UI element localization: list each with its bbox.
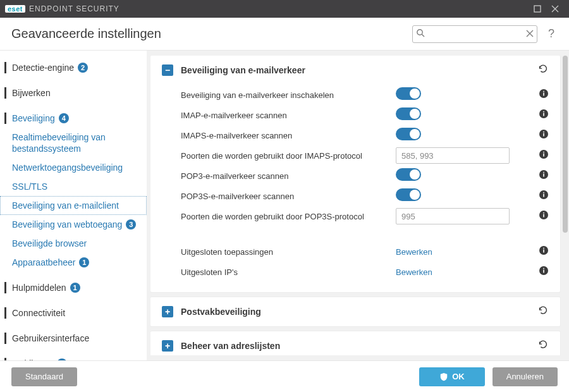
cancel-button[interactable]: Annuleren <box>493 367 558 386</box>
sidebar-item-mail[interactable]: Beveiliging van e-mailclient <box>0 196 147 215</box>
sidebar-item-meld[interactable]: Meldingen2 <box>0 354 147 360</box>
section-email: − Beveiliging van e-mailverkeer Beveilig… <box>150 56 560 292</box>
toggle-switch[interactable] <box>396 107 421 120</box>
sidebar-item-ssl[interactable]: SSL/TLS <box>0 177 147 196</box>
section-adres-header[interactable]: + Beheer van adreslijsten <box>150 331 560 355</box>
info-icon[interactable] <box>539 169 549 182</box>
badge: 1 <box>70 283 80 293</box>
expand-icon[interactable]: + <box>162 340 173 352</box>
svg-point-1 <box>417 29 422 34</box>
sidebar-item-label: Apparaatbeheer <box>12 257 75 268</box>
undo-icon[interactable] <box>537 63 549 77</box>
setting-row: POP3S-e-mailverkeer scannen <box>181 186 549 206</box>
sidebar-item-beveiliging[interactable]: Beveiliging4 <box>0 109 147 128</box>
toggle-switch[interactable] <box>396 168 421 181</box>
sidebar-item-ui[interactable]: Gebruikersinterface <box>0 329 147 348</box>
svg-rect-10 <box>543 133 544 137</box>
sidebar-item-bijwerken[interactable]: Bijwerken <box>0 83 147 102</box>
svg-rect-11 <box>543 132 544 133</box>
info-icon[interactable] <box>539 210 549 223</box>
section-postvak-title: Postvakbeveiliging <box>181 307 530 317</box>
sidebar-item-label: SSL/TLS <box>12 181 47 192</box>
setting-label: Uitgesloten IP's <box>181 267 389 277</box>
sidebar-item-label: Meldingen <box>12 358 53 360</box>
setting-row: IMAPS-e-mailverkeer scannen <box>181 125 549 145</box>
info-icon[interactable] <box>539 89 549 101</box>
port-input[interactable] <box>396 147 510 164</box>
search-input[interactable] <box>412 25 537 43</box>
sidebar-item-label: Netwerktoegangsbeveiliging <box>12 162 123 173</box>
section-email-body: Beveiliging van e-mailverkeer inschakele… <box>150 85 560 292</box>
svg-line-2 <box>422 34 424 37</box>
sidebar: Detectie-engine2BijwerkenBeveiliging4Rea… <box>0 51 147 360</box>
window-maximize-icon[interactable] <box>529 0 546 18</box>
svg-rect-8 <box>543 111 544 113</box>
page-title: Geavanceerde instellingen <box>11 27 405 41</box>
badge: 4 <box>59 113 69 123</box>
section-adres: + Beheer van adreslijsten <box>150 331 560 355</box>
setting-label: IMAP-e-mailverkeer scannen <box>181 111 389 120</box>
sidebar-item-conn[interactable]: Connectiviteit <box>0 303 147 322</box>
setting-label: Poorten die worden gebruikt door IMAPS-p… <box>181 151 389 161</box>
svg-rect-5 <box>543 91 544 92</box>
product-name: ENDPOINT SECURITY <box>29 4 119 13</box>
scrollbar[interactable] <box>563 56 568 355</box>
edit-link[interactable]: Bewerken <box>396 247 522 257</box>
window-close-icon[interactable] <box>546 0 564 18</box>
clear-search-icon[interactable] <box>526 28 534 40</box>
expand-icon[interactable]: + <box>162 306 173 317</box>
sidebar-item-label: Realtimebeveiliging van bestandssysteem <box>12 132 140 154</box>
sidebar-item-detectie[interactable]: Detectie-engine2 <box>0 58 147 77</box>
svg-rect-22 <box>543 214 544 217</box>
info-icon[interactable] <box>539 149 549 162</box>
info-icon[interactable] <box>539 129 549 142</box>
search-icon <box>416 28 425 40</box>
sidebar-item-label: Beveiliging van e-mailclient <box>12 200 119 211</box>
sidebar-item-label: Detectie-engine <box>12 62 74 73</box>
toggle-switch[interactable] <box>396 188 421 201</box>
section-email-header[interactable]: − Beveiliging van e-mailverkeer <box>150 56 560 85</box>
help-icon[interactable]: ? <box>545 27 558 40</box>
sidebar-item-net[interactable]: Netwerktoegangsbeveiliging <box>0 158 147 177</box>
edit-link[interactable]: Bewerken <box>396 267 522 277</box>
sidebar-item-browser[interactable]: Beveiligde browser <box>0 234 147 253</box>
info-icon[interactable] <box>539 266 549 278</box>
setting-label: IMAPS-e-mailverkeer scannen <box>181 131 389 140</box>
setting-control <box>396 188 522 204</box>
svg-rect-25 <box>543 250 544 253</box>
svg-rect-29 <box>543 268 544 269</box>
port-input[interactable] <box>396 208 510 224</box>
undo-icon[interactable] <box>537 305 549 319</box>
toggle-switch[interactable] <box>396 128 421 140</box>
info-icon[interactable] <box>539 190 549 202</box>
section-adres-title: Beheer van adreslijsten <box>181 341 530 351</box>
setting-row: IMAP-e-mailverkeer scannen <box>181 105 549 125</box>
badge: 2 <box>78 63 88 73</box>
setting-control <box>396 107 522 123</box>
collapse-icon[interactable]: − <box>162 64 173 76</box>
default-button[interactable]: Standaard <box>11 367 77 386</box>
undo-icon[interactable] <box>537 339 549 353</box>
svg-rect-4 <box>543 93 544 96</box>
svg-rect-19 <box>543 194 544 197</box>
setting-row: Poorten die worden gebruikt door IMAPS-p… <box>181 145 549 166</box>
sidebar-item-web[interactable]: Beveiliging van webtoegang3 <box>0 215 147 234</box>
setting-control <box>396 147 522 164</box>
info-icon[interactable] <box>539 245 549 258</box>
sidebar-item-appbeheer[interactable]: Apparaatbeheer1 <box>0 253 147 272</box>
info-icon[interactable] <box>539 109 549 121</box>
scrollbar-thumb[interactable] <box>563 56 568 233</box>
setting-control <box>396 128 522 143</box>
header: Geavanceerde instellingen ? <box>0 18 569 51</box>
setting-row: Uitgesloten toepassingenBewerken <box>181 242 549 262</box>
sidebar-item-rtb[interactable]: Realtimebeveiliging van bestandssysteem <box>0 128 147 158</box>
sidebar-item-hulp[interactable]: Hulpmiddelen1 <box>0 278 147 297</box>
toggle-switch[interactable] <box>396 87 421 100</box>
section-postvak-header[interactable]: + Postvakbeveiliging <box>150 297 560 326</box>
setting-label: Poorten die worden gebruikt door POP3S-p… <box>181 212 389 221</box>
main-panel: − Beveiliging van e-mailverkeer Beveilig… <box>147 51 569 360</box>
sidebar-item-label: Gebruikersinterface <box>12 333 89 344</box>
sidebar-item-label: Beveiliging van webtoegang <box>12 219 122 230</box>
ok-button[interactable]: OK <box>419 367 485 386</box>
sidebar-item-label: Beveiligde browser <box>12 238 87 249</box>
